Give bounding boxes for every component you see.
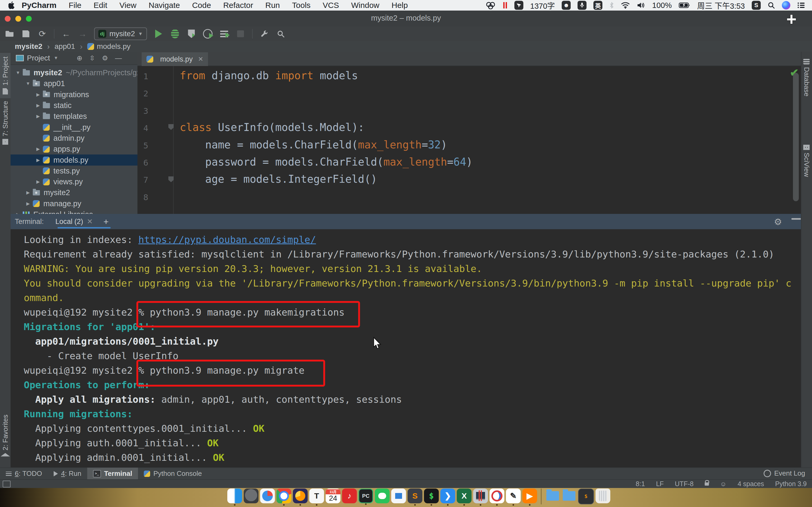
- toggle-toolwindows-icon[interactable]: [3, 481, 11, 488]
- chevron-right-icon[interactable]: ▶: [23, 190, 33, 195]
- tab-models-py[interactable]: models.py ✕: [142, 52, 208, 66]
- dock-keynote-icon[interactable]: [391, 489, 406, 503]
- menu-item-VCS[interactable]: VCS: [323, 1, 339, 10]
- handoff-icon[interactable]: [485, 1, 496, 9]
- reader-mode-icon[interactable]: ☺: [720, 480, 727, 488]
- close-tab-icon[interactable]: ✕: [87, 217, 93, 226]
- code-editor[interactable]: 1from django.db import models234class Us…: [138, 66, 801, 214]
- toolwindow-python-console-button[interactable]: Python Console: [138, 468, 208, 480]
- dock-launchpad-icon[interactable]: [244, 489, 258, 503]
- lock-icon[interactable]: [705, 483, 709, 486]
- shottr-icon[interactable]: S: [752, 1, 761, 10]
- menu-item-Help[interactable]: Help: [392, 1, 408, 10]
- dock-sublime-icon[interactable]: S: [408, 489, 422, 503]
- chevron-right-icon[interactable]: ▶: [33, 179, 43, 184]
- dock-winthumb-icon[interactable]: S: [578, 489, 594, 504]
- stripe-structure-button[interactable]: 7: Structure: [0, 101, 11, 145]
- menu-item-Refactor[interactable]: Refactor: [223, 1, 253, 10]
- breadcrumb-models-py[interactable]: models.py: [87, 42, 131, 51]
- volume-icon[interactable]: [637, 2, 645, 9]
- toolwindow-terminal-button[interactable]: >_Terminal: [87, 468, 138, 480]
- tree-item-views.py[interactable]: ▶views.py: [11, 176, 138, 187]
- dock-typora-icon[interactable]: T: [309, 489, 324, 503]
- dock-finder-icon[interactable]: [227, 489, 242, 503]
- dock-rings-icon[interactable]: [490, 489, 504, 503]
- caret-position[interactable]: 8:1: [636, 480, 645, 488]
- back-icon[interactable]: ←: [61, 29, 71, 39]
- stop-button[interactable]: [236, 29, 245, 39]
- search-everywhere-icon[interactable]: [276, 29, 286, 39]
- menu-item-Edit[interactable]: Edit: [94, 1, 107, 10]
- wrench-icon[interactable]: [260, 29, 269, 39]
- profile-button[interactable]: [203, 29, 212, 39]
- chevron-down-icon[interactable]: ▼: [54, 55, 58, 61]
- stripe-database-button[interactable]: Database: [801, 59, 812, 96]
- menu-item-Navigate[interactable]: Navigate: [149, 1, 180, 10]
- dock-firefox-icon[interactable]: [293, 489, 308, 503]
- apple-menu-icon[interactable]: [8, 1, 15, 9]
- gear-icon[interactable]: ⚙: [102, 54, 108, 62]
- menu-item-View[interactable]: View: [119, 1, 136, 10]
- breadcrumb-mysite2[interactable]: mysite2: [15, 42, 54, 51]
- dock-sketch-icon[interactable]: ✎: [506, 489, 521, 503]
- dock-windows-folder-icon[interactable]: [562, 489, 576, 503]
- hide-terminal-icon[interactable]: [792, 218, 801, 220]
- chevron-right-icon[interactable]: ▶: [33, 92, 43, 98]
- siri-icon[interactable]: [782, 1, 790, 9]
- tree-item-admin.py[interactable]: admin.py: [11, 133, 138, 144]
- toolwindow-run-button[interactable]: 4: Run: [48, 468, 87, 480]
- chevron-down-icon[interactable]: ▼: [23, 81, 33, 87]
- indent-setting[interactable]: 4 spaces: [738, 480, 764, 488]
- spotlight-search-icon[interactable]: [768, 2, 775, 9]
- dock-music-icon[interactable]: ♪: [342, 489, 357, 503]
- bluetooth-icon[interactable]: [609, 2, 614, 9]
- terminal-link[interactable]: https://pypi.douban.com/simple/: [138, 234, 316, 245]
- close-tab-icon[interactable]: ✕: [198, 55, 203, 63]
- chevron-down-icon[interactable]: ▼: [13, 70, 23, 75]
- interpreter[interactable]: Python 3.9: [775, 480, 807, 488]
- run-concurrency-button[interactable]: [219, 29, 229, 39]
- dock-chrome-icon[interactable]: [276, 489, 291, 503]
- chevron-right-icon[interactable]: ▶: [13, 212, 23, 214]
- tree-item-templates[interactable]: ▶templates: [11, 111, 138, 122]
- menu-item-PyCharm[interactable]: PyCharm: [22, 1, 57, 10]
- encoding[interactable]: UTF-8: [675, 480, 694, 488]
- clock-text[interactable]: 周三 下午3:53: [697, 0, 745, 11]
- menu-item-Run[interactable]: Run: [265, 1, 280, 10]
- stripe-sciview-button[interactable]: SciView: [801, 145, 812, 177]
- collapse-all-icon[interactable]: ⇳: [89, 54, 95, 62]
- tree-item-tests.py[interactable]: tests.py: [11, 166, 138, 176]
- input-language-badge[interactable]: 英: [594, 1, 602, 10]
- tree-item-apps.py[interactable]: ▶apps.py: [11, 144, 138, 155]
- dock-wechat-icon[interactable]: [375, 489, 390, 503]
- project-panel-title[interactable]: Project: [27, 54, 50, 62]
- hide-panel-icon[interactable]: —: [115, 54, 122, 62]
- menu-item-File[interactable]: File: [69, 1, 82, 10]
- run-button[interactable]: [154, 29, 163, 39]
- tree-item-models.py[interactable]: ▶models.py: [11, 155, 138, 165]
- menu-item-Tools[interactable]: Tools: [292, 1, 311, 10]
- menu-item-Code[interactable]: Code: [192, 1, 211, 10]
- dock-excel-icon[interactable]: X: [457, 489, 471, 503]
- chevron-right-icon[interactable]: ▶: [33, 103, 43, 108]
- wifi-icon[interactable]: [621, 2, 630, 9]
- tree-item-static[interactable]: ▶static: [11, 100, 138, 111]
- pause-bars-icon[interactable]: [503, 1, 507, 9]
- event-log-button[interactable]: Event Log: [764, 467, 805, 479]
- tree-item-migrations[interactable]: ▶migrations: [11, 89, 138, 100]
- dock-trash-icon[interactable]: [596, 489, 610, 503]
- chevron-right-icon[interactable]: ▶: [33, 114, 43, 119]
- dock-pycharm-icon[interactable]: PC: [358, 489, 373, 503]
- terminal-output[interactable]: Looking in indexes: https://pypi.douban.…: [11, 229, 801, 467]
- line-ending[interactable]: LF: [656, 480, 664, 488]
- stripe-favorites-button[interactable]: 2: Favorites: [0, 414, 11, 456]
- dock-parallels-icon[interactable]: [473, 489, 488, 503]
- dock-downloads-folder-icon[interactable]: [545, 489, 560, 503]
- open-icon[interactable]: [5, 29, 14, 39]
- tree-item-app01[interactable]: ▼app01: [11, 78, 138, 89]
- dingtalk-menu-icon[interactable]: [514, 1, 523, 10]
- chevron-right-icon[interactable]: ▶: [33, 157, 43, 163]
- menu-item-Window[interactable]: Window: [351, 1, 379, 10]
- debug-button[interactable]: [170, 29, 180, 39]
- terminal-settings-gear-icon[interactable]: ⚙: [774, 217, 782, 227]
